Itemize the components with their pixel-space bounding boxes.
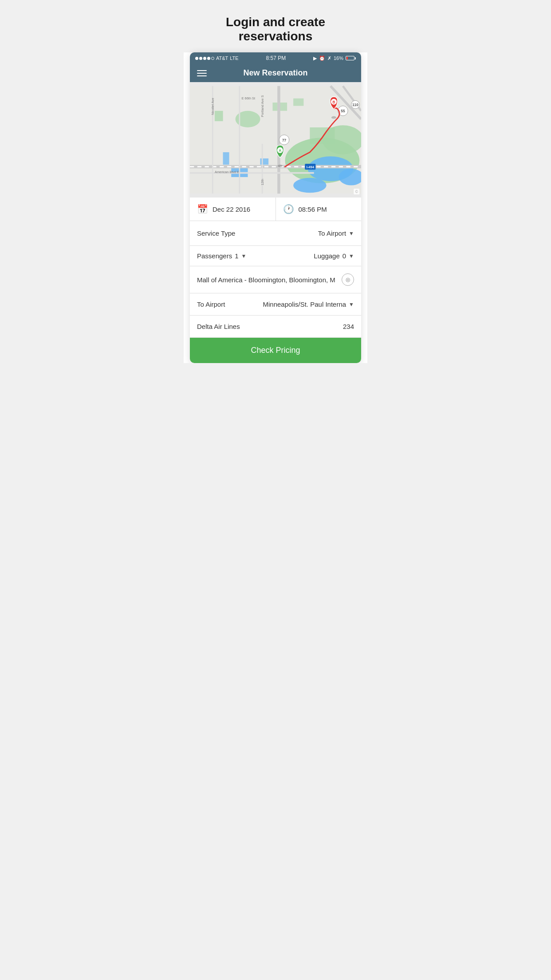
clock-icon: 🕐 (283, 204, 294, 214)
passengers-label: Passengers (197, 252, 232, 260)
airport-arrow-icon: ▼ (349, 301, 354, 308)
status-time: 8:57 PM (266, 55, 286, 61)
svg-text:12th: 12th (260, 179, 264, 185)
bluetooth-icon: ✗ (327, 55, 331, 61)
signal-dots (195, 57, 214, 60)
hamburger-menu-button[interactable] (197, 70, 207, 76)
svg-text:Portland Ave S: Portland Ave S (260, 95, 264, 117)
airport-value: Minneapolis/St. Paul Interna (263, 300, 346, 308)
to-airport-row[interactable]: To Airport Minneapolis/St. Paul Interna … (190, 293, 361, 316)
service-type-arrow-icon: ▼ (349, 230, 354, 237)
svg-text:American Blvd E: American Blvd E (215, 170, 239, 174)
luggage-arrow-icon[interactable]: ▼ (349, 253, 354, 259)
svg-text:©: © (355, 190, 358, 194)
pickup-location-row[interactable]: Mall of America - Bloomington, Bloomingt… (190, 266, 361, 293)
pickup-location-value: Mall of America - Bloomington, Bloomingt… (197, 276, 342, 284)
svg-text:55: 55 (341, 109, 345, 113)
battery-percent: 16% (334, 55, 343, 61)
nav-bar: New Reservation (190, 64, 361, 82)
luggage-group[interactable]: Luggage 0 ▼ (314, 252, 354, 260)
signal-dot-3 (203, 57, 206, 60)
svg-text:B: B (332, 100, 335, 104)
passengers-group[interactable]: Passengers 1 ▼ (197, 252, 246, 260)
svg-rect-12 (223, 152, 229, 165)
svg-point-36 (278, 165, 283, 167)
check-pricing-button[interactable]: Check Pricing (190, 338, 361, 363)
bottom-spacer (184, 363, 367, 372)
passengers-arrow-icon[interactable]: ▼ (241, 253, 247, 259)
hamburger-line-2 (197, 73, 207, 74)
hamburger-line-3 (197, 75, 207, 76)
target-icon: ◎ (346, 277, 350, 283)
svg-rect-5 (215, 111, 223, 121)
nav-title: New Reservation (243, 68, 307, 78)
time-value: 08:56 PM (299, 205, 327, 213)
svg-rect-3 (310, 127, 335, 144)
map-svg: Portland Ave S Nicollet Ave 12th E 66th … (190, 82, 361, 198)
form-area: 📅 Dec 22 2016 🕐 08:56 PM Service Type To… (190, 198, 361, 363)
phone-frame: AT&T LTE 8:57 PM ▶ ⏰ ✗ 16% (190, 52, 361, 363)
service-type-label: Service Type (197, 229, 241, 237)
network-label: LTE (230, 55, 238, 61)
signal-dot-1 (195, 57, 198, 60)
calendar-icon: 📅 (197, 204, 208, 214)
svg-rect-13 (260, 158, 269, 165)
signal-dot-5 (211, 57, 214, 60)
svg-text:77: 77 (282, 138, 287, 142)
airline-label: Delta Air Lines (197, 323, 240, 330)
time-picker-button[interactable]: 🕐 08:56 PM (276, 198, 362, 221)
status-right: ▶ ⏰ ✗ 16% (313, 55, 356, 61)
page-title: Login and create reservations (184, 4, 367, 52)
svg-text:I-494: I-494 (307, 165, 315, 169)
battery-indicator (346, 56, 356, 60)
signal-dot-4 (207, 57, 210, 60)
svg-point-39 (331, 116, 336, 119)
status-left: AT&T LTE (195, 55, 239, 61)
luggage-label: Luggage (314, 252, 339, 260)
service-type-value: To Airport (318, 229, 346, 237)
alarm-icon: ⏰ (319, 55, 325, 61)
map-area[interactable]: Portland Ave S Nicollet Ave 12th E 66th … (190, 82, 361, 198)
svg-text:E 66th St: E 66th St (242, 96, 256, 100)
flight-number-value: 234 (343, 323, 354, 330)
location-icon: ▶ (313, 55, 317, 61)
airport-dropdown[interactable]: Minneapolis/St. Paul Interna ▼ (263, 300, 354, 308)
datetime-row: 📅 Dec 22 2016 🕐 08:56 PM (190, 198, 361, 221)
hamburger-line-1 (197, 70, 207, 71)
svg-text:110: 110 (352, 103, 358, 107)
service-type-dropdown[interactable]: To Airport ▼ (318, 229, 354, 237)
airline-row[interactable]: Delta Air Lines 234 (190, 316, 361, 338)
date-value: Dec 22 2016 (213, 205, 250, 213)
svg-rect-7 (293, 99, 303, 106)
svg-text:Nicollet Ave: Nicollet Ave (211, 98, 215, 115)
passengers-value: 1 (235, 252, 238, 260)
svg-point-10 (293, 178, 327, 193)
to-airport-label: To Airport (197, 300, 237, 308)
luggage-value: 0 (342, 252, 346, 260)
carrier-label: AT&T (216, 55, 228, 61)
date-picker-button[interactable]: 📅 Dec 22 2016 (190, 198, 276, 221)
passengers-row: Passengers 1 ▼ Luggage 0 ▼ (190, 246, 361, 266)
svg-text:A: A (279, 148, 281, 153)
signal-dot-2 (199, 57, 202, 60)
status-bar: AT&T LTE 8:57 PM ▶ ⏰ ✗ 16% (190, 52, 361, 64)
service-type-row[interactable]: Service Type To Airport ▼ (190, 221, 361, 246)
current-location-icon[interactable]: ◎ (342, 273, 354, 286)
